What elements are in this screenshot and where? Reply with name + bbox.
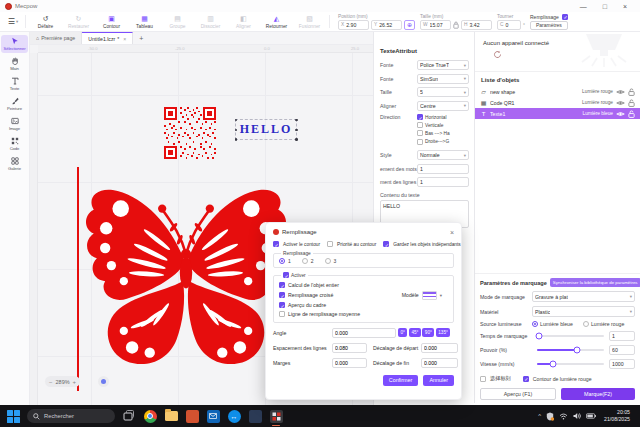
mark-button[interactable]: Marque(F2) <box>561 388 635 400</box>
offset-start-input[interactable] <box>421 343 458 353</box>
material-select[interactable]: Plastic ▾ <box>532 306 635 317</box>
offset-end-input[interactable] <box>421 358 458 368</box>
marking-time-slider[interactable] <box>537 335 604 337</box>
hello-text-object[interactable]: HELLO <box>240 122 293 137</box>
position-y-input[interactable] <box>379 22 399 28</box>
redo-button[interactable]: ↻ Restaurer <box>62 15 95 29</box>
text-object-selection[interactable]: HELLO <box>235 119 297 140</box>
locate-button[interactable] <box>98 376 109 387</box>
checkbox[interactable] <box>417 130 423 136</box>
sidebar-item-paint[interactable]: Peinture <box>1 95 28 113</box>
rotate-input[interactable] <box>505 22 518 28</box>
contour-button[interactable]: ▣ Contour <box>95 15 128 29</box>
position-target-button[interactable]: ⊕ <box>404 20 415 30</box>
butterfly-object[interactable] <box>82 163 290 391</box>
fill-1-radio[interactable] <box>279 258 285 264</box>
power-input[interactable] <box>609 345 635 355</box>
flip-button[interactable]: ◭ Retourner <box>260 15 293 29</box>
speed-slider[interactable] <box>537 363 604 365</box>
undo-button[interactable]: ↺ Défaire <box>29 15 62 29</box>
cancel-button[interactable]: Annuler <box>423 375 454 386</box>
taskbar-clock[interactable]: 20:05 21/08/2025 <box>604 409 634 423</box>
volume-icon[interactable] <box>573 412 581 420</box>
light-blue-radio[interactable]: Lumière bleue <box>532 321 573 327</box>
sidebar-item-text[interactable]: Texte <box>1 75 28 93</box>
lock-icon[interactable] <box>628 88 635 96</box>
object-row-qr[interactable]: ▦ Code QR1 Lumière rouge <box>475 97 640 108</box>
merge-button[interactable]: ▧ Fusionner <box>293 15 326 29</box>
checkbox[interactable] <box>417 139 423 145</box>
average-fill-line-checkbox[interactable] <box>279 311 285 317</box>
whole-object-checkbox[interactable] <box>279 282 285 288</box>
group-button[interactable]: ▤ Groupe <box>161 15 194 29</box>
parameters-button[interactable]: Paramètres <box>530 21 568 30</box>
tray-expand-icon[interactable]: ^ <box>538 413 541 419</box>
dialog-close-icon[interactable]: × <box>450 229 454 236</box>
tab-document[interactable]: Untitle1.lczr * × <box>82 32 133 44</box>
close-icon[interactable]: × <box>623 3 627 10</box>
selection-handle[interactable] <box>295 129 298 132</box>
lock-icon[interactable] <box>628 99 635 107</box>
red-line-object[interactable] <box>77 167 79 391</box>
chevron-down-icon[interactable]: ▾ <box>440 293 442 298</box>
table-button[interactable]: ▦ Tableau <box>128 15 161 29</box>
power-slider[interactable] <box>537 349 604 351</box>
angle-45-button[interactable]: 45° <box>409 328 421 337</box>
position-x-field[interactable]: X <box>338 20 369 30</box>
task-view-button[interactable] <box>122 409 136 423</box>
chrome-app-button[interactable] <box>143 409 157 423</box>
visibility-icon[interactable] <box>616 89 625 95</box>
speed-input[interactable] <box>609 359 635 369</box>
qr-code-object[interactable] <box>164 107 216 159</box>
marking-time-input[interactable] <box>609 331 635 341</box>
lock-icon[interactable] <box>628 110 635 118</box>
new-tab-button[interactable]: + <box>133 32 149 44</box>
wifi-icon[interactable] <box>559 413 568 420</box>
margins-input[interactable] <box>332 358 367 368</box>
radio[interactable] <box>532 321 538 327</box>
aspect-lock-icon[interactable] <box>453 21 459 29</box>
align-select[interactable]: Centre ▾ <box>417 101 469 111</box>
align-button[interactable]: ◧ Aligner <box>227 15 260 29</box>
light-red-radio[interactable]: Lumière rouge <box>583 321 624 327</box>
angle-input[interactable] <box>332 328 396 338</box>
checkbox[interactable] <box>417 122 423 128</box>
start-button[interactable] <box>6 409 20 423</box>
line-spacing-input[interactable] <box>332 343 367 353</box>
size-h-input[interactable] <box>469 22 489 28</box>
object-row-text[interactable]: T Texte1 Lumière bleue <box>475 108 640 119</box>
selection-handle[interactable] <box>295 138 298 141</box>
sidebar-item-image[interactable]: Image <box>1 115 28 133</box>
sidebar-item-select[interactable]: Sélectionner <box>1 35 28 53</box>
sidebar-item-gallery[interactable]: Galerie <box>1 155 28 173</box>
file-explorer-button[interactable] <box>164 409 178 423</box>
direction-horizontal[interactable]: Horizontal <box>417 114 469 120</box>
active-app-button[interactable] <box>269 409 283 423</box>
angle-90-button[interactable]: 90° <box>422 328 434 337</box>
app-button-dark[interactable] <box>248 409 262 423</box>
direction-vertical[interactable]: Verticale <box>417 122 469 128</box>
confirm-button[interactable]: Confirmer <box>383 375 419 386</box>
selection-handle[interactable] <box>235 138 238 141</box>
keep-objects-independent-checkbox[interactable] <box>383 241 389 247</box>
contour-priority-checkbox[interactable] <box>327 241 333 247</box>
visibility-icon[interactable] <box>616 100 625 106</box>
red-contour-checkbox[interactable] <box>523 376 529 382</box>
minimize-icon[interactable]: — <box>580 3 587 10</box>
teamviewer-app-button[interactable]: ↔ <box>227 409 241 423</box>
size-select[interactable]: 5 ▾ <box>417 87 469 97</box>
font-type-select[interactable]: Police TrueT ▾ <box>417 60 469 70</box>
checkbox[interactable] <box>417 114 423 120</box>
hatch-pattern-preview[interactable] <box>422 291 437 300</box>
selection-handle[interactable] <box>235 129 238 132</box>
size-h-field[interactable]: H <box>461 20 492 30</box>
zoom-in-icon[interactable]: + <box>73 379 77 385</box>
menu-button[interactable]: ☰ ▾ <box>4 17 22 26</box>
radio[interactable] <box>583 321 589 327</box>
selection-handle[interactable] <box>295 119 298 122</box>
cross-fill-checkbox[interactable] <box>279 292 285 298</box>
fill-3-radio[interactable] <box>325 258 331 264</box>
select-mark-checkbox[interactable] <box>480 376 486 382</box>
angle-0-button[interactable]: 0° <box>398 328 407 337</box>
word-spacing-input[interactable] <box>417 164 469 174</box>
